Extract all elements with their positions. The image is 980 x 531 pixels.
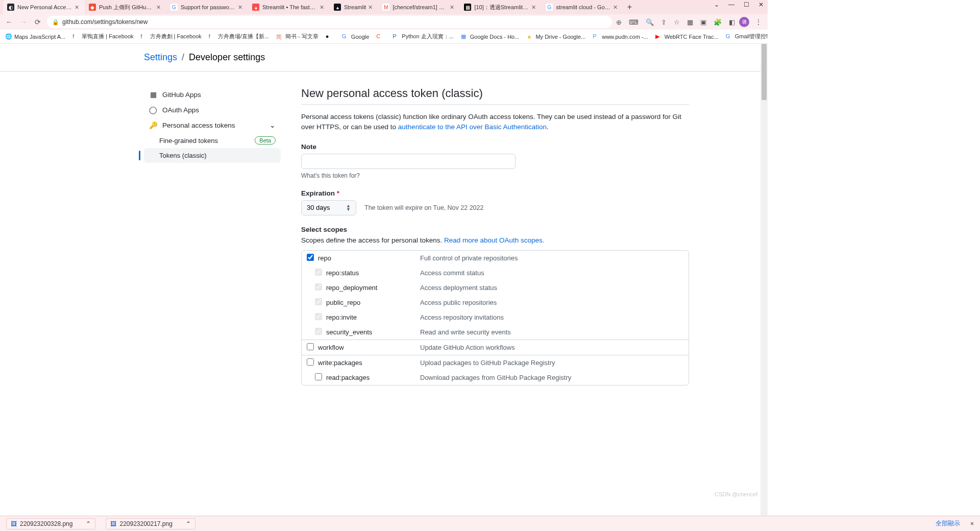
scope-checkbox[interactable] [315,373,322,380]
bookmark-item[interactable]: ▦Google Docs - Ho... [461,33,520,40]
new-tab-button[interactable]: + [623,3,635,12]
bookmark-item[interactable]: 🌐Maps JavaScript A... [5,33,65,40]
tab-close-icon[interactable]: ✕ [75,4,81,10]
tab-favicon: G [170,4,178,11]
browser-tab[interactable]: ▴Streamlit✕ [330,0,378,14]
lock-icon: 🔒 [52,19,59,26]
download-item[interactable]: 🖼220923200217.png⌃ [106,518,195,529]
scope-checkbox[interactable] [315,298,322,305]
browser-tab[interactable]: Gstreamlit cloud - Google✕ [542,0,623,14]
bookmark-item[interactable]: f方舟農場/直播【新... [209,33,269,40]
toolbar-icon[interactable]: 🔍 [646,18,654,26]
bookmark-item[interactable]: f單鴨直播 | Facebook [72,33,133,40]
scope-checkbox[interactable] [315,269,322,276]
scopes-label: Select scopes [301,226,689,233]
menu-icon[interactable]: ⋮ [753,18,764,26]
profile-avatar[interactable]: 璐 [739,17,749,27]
scope-checkbox[interactable] [307,358,314,366]
bookmark-item[interactable]: ● [326,33,335,40]
forward-button[interactable]: → [18,18,29,26]
main-content: New personal access token (classic) Pers… [301,87,689,396]
sidebar-icon: ▦ [149,90,157,99]
scope-checkbox[interactable] [315,313,322,320]
scope-name[interactable]: read:packages [326,374,420,381]
tab-close-icon[interactable]: ✕ [320,4,326,10]
browser-tab[interactable]: M[chencef/stream1] GitHu✕ [378,0,460,14]
scope-table: repoFull control of private repositories… [301,250,689,385]
scope-name[interactable]: workflow [318,344,420,351]
window-dropdown-icon[interactable]: ⌄ [714,1,719,8]
expiration-label: Expiration * [301,189,689,197]
browser-tab[interactable]: ◐New Personal Access Tok✕ [3,0,85,14]
back-button[interactable]: ← [4,18,14,26]
bookmark-icon: 🌐 [5,33,12,40]
tab-title: Streamlit [344,4,366,10]
scope-name[interactable]: public_repo [326,299,420,306]
scope-name[interactable]: repo [318,254,420,262]
tab-close-icon[interactable]: ✕ [613,4,619,10]
browser-tab[interactable]: GSupport for password au✕ [166,0,248,14]
close-window-icon[interactable]: ✕ [758,1,764,8]
bookmark-item[interactable]: C [376,33,385,40]
tab-close-icon[interactable]: ✕ [450,4,456,10]
bookmark-item[interactable]: ▲My Drive - Google... [526,33,585,40]
bookmark-label: Gmail管理控制台 [735,33,768,40]
bookmark-item[interactable]: ▶WebRTC Face Trac... [655,33,719,40]
chevron-up-icon[interactable]: ⌃ [186,520,191,527]
toolbar-icon[interactable]: ▣ [700,18,706,26]
bookmark-item[interactable]: GGmail管理控制台 [726,33,768,40]
tab-close-icon[interactable]: ✕ [238,4,244,10]
breadcrumb-settings-link[interactable]: Settings [144,52,177,62]
toolbar-icon[interactable]: 🧩 [714,18,722,26]
browser-tab[interactable]: ▦[10]：透過Streamlit Clou✕ [460,0,542,14]
sidebar-subitem[interactable]: Fine-grained tokensBeta [144,133,281,148]
scopes-link[interactable]: Read more about OAuth scopes. [444,236,545,244]
breadcrumb: Settings / Developer settings [78,49,690,71]
note-input[interactable] [301,154,516,169]
sidebar-subitem-label: Tokens (classic) [159,152,206,159]
scope-name[interactable]: repo_deployment [326,284,420,292]
chevron-up-icon[interactable]: ⌃ [86,520,91,527]
sidebar-item[interactable]: 🔑Personal access tokens⌄ [144,117,281,133]
address-bar[interactable]: 🔒 github.com/settings/tokens/new [47,16,612,28]
bookmark-item[interactable]: GGoogle [342,33,369,40]
bookmark-item[interactable]: f方舟農創 | Facebook [141,33,202,40]
bookmark-item[interactable]: PPython 走入現實：... [393,33,453,40]
scope-name[interactable]: security_events [326,328,420,336]
toolbar-icon[interactable]: ⌨ [629,18,639,26]
auth-api-link[interactable]: authenticate to the API over Basic Authe… [398,123,547,131]
bookmark-item[interactable]: 简簡书 - 写文章 [276,33,318,40]
toolbar-icon[interactable]: ⇪ [661,18,667,26]
toolbar-icon[interactable]: ▦ [687,18,693,26]
browser-tab[interactable]: ◆Push 上傳到 GitHub - 為✕ [85,0,166,14]
toolbar-icon[interactable]: ◧ [729,18,735,26]
sidebar-subitem[interactable]: Tokens (classic) [144,148,281,163]
sidebar-item[interactable]: ▦GitHub Apps [144,87,281,102]
scope-checkbox[interactable] [315,283,322,291]
tab-favicon: ◆ [89,4,96,11]
reload-button[interactable]: ⟳ [33,18,43,26]
scope-checkbox[interactable] [315,328,322,335]
scrollbar[interactable] [761,44,768,516]
tab-close-icon[interactable]: ✕ [156,4,162,10]
tab-title: [10]：透過Streamlit Clou [474,4,529,11]
bookmark-item[interactable]: Pwww.pudn.com -... [593,33,648,40]
sidebar-item[interactable]: ◯OAuth Apps [144,102,281,117]
scope-checkbox[interactable] [307,254,314,261]
scope-checkbox[interactable] [307,343,314,350]
scope-name[interactable]: repo:invite [326,313,420,321]
download-item[interactable]: 🖼220923200328.png⌃ [6,518,95,529]
browser-tab[interactable]: ▴Streamlit • The fastest wa✕ [248,0,330,14]
bookmark-label: 方舟農創 | Facebook [150,33,202,40]
toolbar-icon[interactable]: ☆ [674,18,680,26]
scope-desc: Read and write security events [420,328,511,336]
expiration-select[interactable]: 30 days ▲▼ [301,200,356,215]
maximize-icon[interactable]: ☐ [744,1,749,8]
minimize-icon[interactable]: — [728,1,734,8]
toolbar-icon[interactable]: ⊕ [616,18,622,26]
tab-close-icon[interactable]: ✕ [368,4,374,10]
beta-badge: Beta [255,136,276,144]
scope-name[interactable]: repo:status [326,269,420,277]
tab-close-icon[interactable]: ✕ [531,4,537,10]
scope-name[interactable]: write:packages [318,359,420,367]
